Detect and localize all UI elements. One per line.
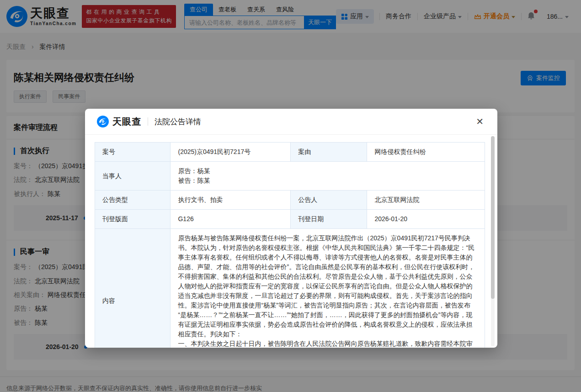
modal-brand: 天眼查	[112, 116, 141, 128]
announcer-value: 北京互联网法院	[367, 191, 485, 210]
modal-body: 案号 (2025)京0491民初7217号 案由 网络侵权责任纠纷 当事人 原告…	[85, 135, 497, 348]
notice-type-label: 公告类型	[95, 191, 171, 210]
content-value: 原告杨某与被告陈某网络侵权责任纠纷一案，北京互联网法院作出（2025）京0491…	[171, 229, 485, 348]
notice-type-value: 执行文书、拍卖	[171, 191, 291, 210]
case-number-label: 案号	[95, 143, 171, 162]
parties-value: 原告：杨某 被告：陈某	[171, 162, 485, 191]
publish-date-value: 2026-01-20	[367, 210, 485, 229]
defendant: 被告：陈某	[178, 176, 477, 185]
table-row: 案号 (2025)京0491民初7217号 案由 网络侵权责任纠纷	[95, 143, 485, 162]
modal-title: 法院公告详情	[155, 117, 201, 127]
close-icon[interactable]: ✕	[474, 115, 485, 128]
table-row: 刊登版面 G126 刊登日期 2026-01-20	[95, 210, 485, 229]
cause-value: 网络侵权责任纠纷	[367, 143, 485, 162]
divider	[148, 117, 148, 126]
modal-scrollbar-thumb[interactable]	[491, 136, 495, 299]
tianyancha-logo-icon	[97, 116, 109, 127]
announcement-detail-table: 案号 (2025)京0491民初7217号 案由 网络侵权责任纠纷 当事人 原告…	[95, 142, 485, 348]
table-row: 当事人 原告：杨某 被告：陈某	[95, 162, 485, 191]
case-number-value: (2025)京0491民初7217号	[171, 143, 291, 162]
publish-page-value: G126	[171, 210, 291, 229]
cause-label: 案由	[291, 143, 367, 162]
publish-date-label: 刊登日期	[291, 210, 367, 229]
parties-label: 当事人	[95, 162, 171, 191]
modal-scrollbar[interactable]	[491, 136, 495, 346]
announcer-label: 公告人	[291, 191, 367, 210]
table-row: 内容 原告杨某与被告陈某网络侵权责任纠纷一案，北京互联网法院作出（2025）京0…	[95, 229, 485, 348]
plaintiff: 原告：杨某	[178, 166, 477, 176]
modal-header: 天眼查 法院公告详情 ✕	[85, 109, 497, 135]
publish-page-label: 刊登版面	[95, 210, 171, 229]
court-announcement-modal: 天眼查 法院公告详情 ✕ 案号 (2025)京0491民初7217号 案由 网络…	[85, 109, 497, 348]
table-row: 公告类型 执行文书、拍卖 公告人 北京互联网法院	[95, 191, 485, 210]
content-label: 内容	[95, 229, 171, 348]
